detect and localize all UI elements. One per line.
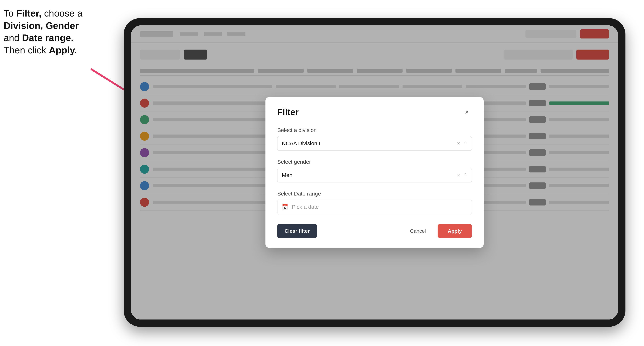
filter-modal: Filter × Select a division NCAA Division… [266, 97, 484, 248]
instruction-choose: choose a [42, 8, 82, 18]
modal-title: Filter [277, 107, 298, 117]
instruction-line1: To [4, 8, 16, 18]
date-label: Select Date range [277, 191, 472, 197]
instruction-and: and [4, 32, 22, 43]
instruction-panel: To Filter, choose a Division, Gender and… [4, 7, 109, 56]
modal-footer-right: Cancel Apply [403, 224, 472, 238]
tablet-frame: Filter × Select a division NCAA Division… [124, 18, 626, 327]
division-form-group: Select a division NCAA Division I × ⌃ [277, 127, 472, 151]
date-placeholder: Pick a date [292, 204, 319, 210]
division-select[interactable]: NCAA Division I × ⌃ [277, 136, 472, 151]
calendar-icon: 📅 [282, 204, 288, 210]
instruction-then-click: Then click [4, 45, 49, 55]
date-input[interactable]: 📅 Pick a date [277, 200, 472, 214]
modal-close-button[interactable]: × [462, 107, 472, 117]
instruction-division-gender-bold: Division, Gender [4, 20, 79, 31]
instruction-date-bold: Date range. [22, 32, 74, 43]
instruction-filter-bold: Filter, [16, 8, 42, 18]
gender-clear-icon[interactable]: × [456, 171, 461, 179]
division-select-controls: × ⌃ [456, 140, 467, 147]
division-chevron-icon: ⌃ [464, 141, 467, 146]
tablet-screen: Filter × Select a division NCAA Division… [131, 25, 618, 320]
modal-overlay: Filter × Select a division NCAA Division… [131, 25, 618, 320]
gender-label: Select gender [277, 159, 472, 165]
gender-form-group: Select gender Men × ⌃ [277, 159, 472, 182]
instruction-apply-bold: Apply. [49, 45, 77, 55]
gender-select-value: Men [282, 172, 292, 178]
division-select-value: NCAA Division I [282, 140, 320, 147]
clear-filter-button[interactable]: Clear filter [277, 224, 317, 238]
gender-chevron-icon: ⌃ [464, 173, 467, 178]
modal-header: Filter × [277, 107, 472, 117]
division-label: Select a division [277, 127, 472, 133]
gender-select-controls: × ⌃ [456, 171, 467, 179]
division-clear-icon[interactable]: × [456, 140, 461, 147]
cancel-button[interactable]: Cancel [403, 224, 433, 238]
apply-button[interactable]: Apply [438, 224, 472, 238]
gender-select[interactable]: Men × ⌃ [277, 168, 472, 182]
modal-footer: Clear filter Cancel Apply [277, 224, 472, 238]
date-form-group: Select Date range 📅 Pick a date [277, 191, 472, 214]
